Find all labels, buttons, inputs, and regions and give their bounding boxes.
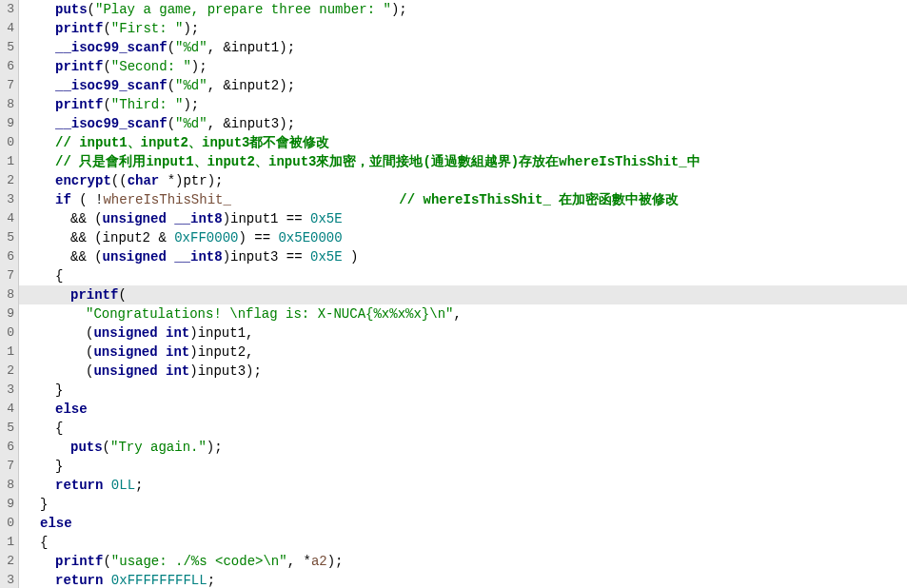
token: "usage: ./%s <code>\n" (111, 554, 287, 569)
token: // input1、input2、input3都不會被修改 (55, 135, 329, 150)
token: else (40, 516, 72, 531)
line-number: 8 (0, 95, 18, 114)
token: } (55, 459, 63, 474)
line-number: 3 (0, 0, 18, 19)
code-line: __isoc99_scanf("%d", &input2); (19, 76, 907, 95)
token: , &input3); (207, 116, 295, 131)
token: puts (70, 440, 103, 455)
token: unsigned int (93, 344, 189, 360)
code-line: } (19, 381, 907, 400)
token: "%d" (175, 78, 207, 93)
token: *)ptr); (168, 173, 224, 188)
token: unsigned int (93, 325, 189, 341)
code-area[interactable]: puts("Play a game, prepare three number:… (19, 0, 907, 588)
token: unsigned __int8 (103, 249, 223, 265)
code-line: if ( !whereIsThisShit_ // whereIsThisShi… (19, 190, 907, 209)
token: // 只是會利用input1、input2、input3來加密，並間接地(通過數… (55, 154, 700, 169)
token: "Congratulations! \nflag is: X-NUCA{%x%x… (86, 306, 453, 322)
token: ); (191, 59, 207, 74)
line-number: 8 (0, 285, 18, 304)
token: ) (343, 249, 359, 265)
line-number: 9 (0, 114, 18, 133)
token: , &input1); (207, 40, 295, 55)
line-number: 1 (0, 152, 18, 171)
line-number: 9 (0, 304, 18, 323)
token: __isoc99_scanf (55, 78, 168, 93)
token: ); (391, 2, 407, 17)
code-line: && (unsigned __int8)input3 == 0x5E ) (19, 247, 907, 266)
token: printf (55, 59, 103, 74)
token: ( (168, 40, 175, 55)
token: { (55, 268, 63, 284)
line-number: 2 (0, 171, 18, 190)
token: { (55, 421, 63, 436)
token: a2 (311, 554, 327, 569)
token: unsigned __int8 (103, 211, 223, 226)
token: whereIsThisShit_ (103, 192, 230, 207)
token: ( (103, 440, 110, 455)
token: ); (183, 97, 199, 112)
token: if (55, 192, 71, 207)
line-number: 8 (0, 476, 18, 495)
line-number: 7 (0, 266, 18, 285)
code-line: { (19, 419, 907, 438)
code-line: encrypt((char *)ptr); (19, 171, 907, 190)
line-number: 3 (0, 571, 18, 588)
token: ( ! (71, 192, 104, 207)
line-number: 5 (0, 228, 18, 247)
token: return (55, 478, 103, 493)
code-line: __isoc99_scanf("%d", &input3); (19, 114, 907, 133)
line-number: 6 (0, 57, 18, 76)
token: )input2, (189, 344, 253, 360)
token (103, 478, 110, 493)
token: )input1, (189, 325, 253, 341)
token: printf (70, 287, 118, 303)
token: ( (88, 2, 95, 17)
token: "%d" (175, 40, 207, 55)
code-line: printf( (19, 285, 907, 304)
token: 0x5E0000 (278, 230, 342, 245)
line-number: 7 (0, 76, 18, 95)
line-number: 4 (0, 19, 18, 38)
token (231, 192, 399, 207)
code-line: && (unsigned __int8)input1 == 0x5E (19, 209, 907, 228)
line-number: 5 (0, 419, 18, 438)
token: printf (55, 21, 103, 36)
token: encrypt (55, 173, 111, 188)
token: __isoc99_scanf (55, 116, 168, 131)
token: ( (118, 287, 126, 303)
line-number: 0 (0, 133, 18, 152)
code-line: "Congratulations! \nflag is: X-NUCA{%x%x… (19, 304, 907, 323)
line-number: 0 (0, 514, 18, 533)
line-number: 6 (0, 247, 18, 266)
token (103, 573, 110, 588)
token: , &input2); (207, 78, 295, 93)
code-line: } (19, 457, 907, 476)
token: 0x5E (310, 211, 343, 226)
token: )input1 == (223, 211, 310, 226)
token: && ( (70, 211, 103, 226)
code-line: printf("Third: "); (19, 95, 907, 114)
token: ( (103, 59, 110, 74)
code-editor: 3456789012345678901234567890123 puts("Pl… (0, 0, 907, 588)
token: , * (287, 554, 311, 569)
token: ) == (238, 230, 278, 245)
token: ( (103, 554, 110, 569)
token: 0x5E (310, 249, 343, 265)
line-number: 3 (0, 190, 18, 209)
token: )input3 == (223, 249, 310, 265)
line-number: 4 (0, 400, 18, 419)
token: "Try again." (110, 440, 207, 455)
token: && (input2 & (70, 230, 174, 245)
token: char (128, 173, 168, 188)
code-line: (unsigned int)input2, (19, 343, 907, 362)
gutter: 3456789012345678901234567890123 (0, 0, 19, 588)
token: ); (327, 554, 344, 569)
code-line: printf("Second: "); (19, 57, 907, 76)
token: "%d" (175, 116, 207, 131)
token: , (453, 306, 461, 322)
line-number: 4 (0, 209, 18, 228)
code-line: && (input2 & 0xFF0000) == 0x5E0000 (19, 228, 907, 247)
token: ); (183, 21, 199, 36)
code-line: (unsigned int)input3); (19, 362, 907, 381)
